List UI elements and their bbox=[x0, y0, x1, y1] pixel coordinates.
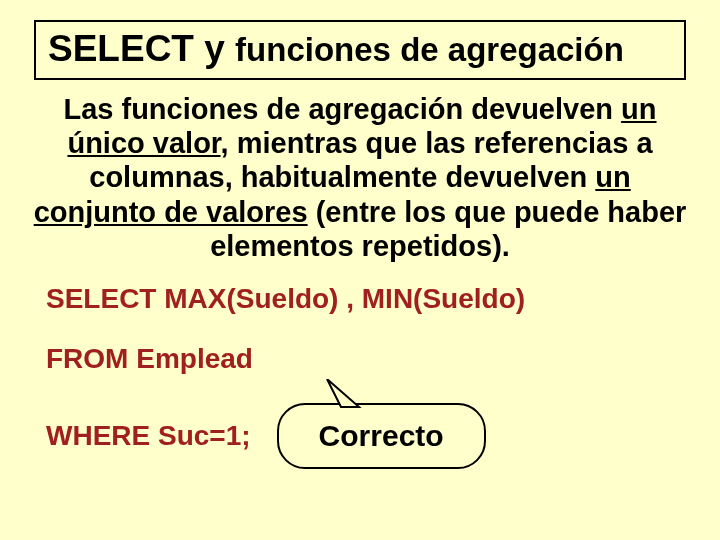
sql-line-3: WHERE Suc=1; bbox=[46, 420, 251, 452]
description-paragraph: Las funciones de agregación devuelven un… bbox=[30, 92, 690, 263]
title-box: SELECT y funciones de agregación bbox=[34, 20, 686, 80]
sql-block: SELECT MAX(Sueldo) , MIN(Sueldo) FROM Em… bbox=[46, 283, 674, 469]
callout-text: Correcto bbox=[319, 419, 444, 452]
sql-line-2: FROM Emplead bbox=[46, 343, 674, 375]
callout-bubble: Correcto bbox=[277, 403, 486, 469]
sql-line-1: SELECT MAX(Sueldo) , MIN(Sueldo) bbox=[46, 283, 674, 315]
title-part1: SELECT y bbox=[48, 28, 235, 69]
title-part2: funciones de agregación bbox=[235, 31, 624, 68]
sql-last-row: WHERE Suc=1; Correcto bbox=[46, 403, 674, 469]
slide: SELECT y funciones de agregación Las fun… bbox=[0, 0, 720, 540]
callout-wrap: Correcto bbox=[277, 403, 486, 469]
para-text-1: Las funciones de agregación devuelven bbox=[63, 93, 621, 125]
